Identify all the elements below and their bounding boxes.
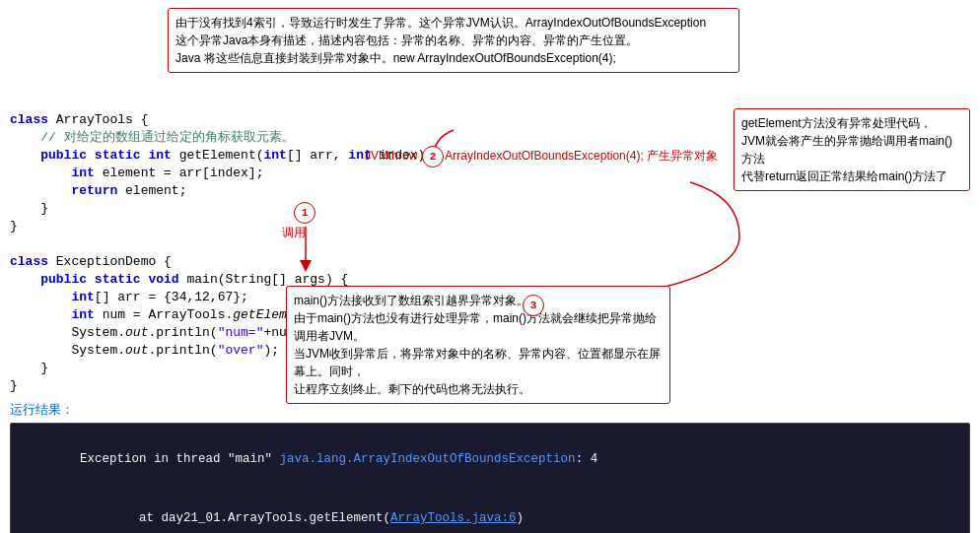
annotation-box-top: 由于没有找到4索引，导致运行时发生了异常。这个异常JVM认识。ArrayInde… <box>168 8 739 73</box>
ann-top-line3: Java 将这些信息直接封装到异常对象中。new ArrayIndexOutOf… <box>175 51 616 65</box>
circle-1: 1 <box>294 202 315 224</box>
ann-right-line2: JVM就会将产生的异常抛给调用者main()方法 <box>741 134 952 166</box>
annotation-box-right: getElement方法没有异常处理代码， JVM就会将产生的异常抛给调用者ma… <box>734 108 970 191</box>
jvm-throw-label: JVMthrow new ArrayIndexOutOfBoundsExcept… <box>365 148 718 165</box>
ann-top-line2: 这个异常Java本身有描述，描述内容包括：异常的名称、异常的内容、异常的产生位置… <box>175 33 638 47</box>
ann-bottom-line4: 让程序立刻终止。剩下的代码也将无法执行。 <box>294 382 530 396</box>
ann-bottom-line3: 当JVM收到异常后，将异常对象中的名称、异常内容、位置都显示在屏幕上。同时， <box>294 347 661 378</box>
code-line-8 <box>10 235 970 253</box>
ann-bottom-line2: 由于main()方法也没有进行处理异常，main()方法就会继续把异常抛给调用者… <box>294 311 657 343</box>
ann-top-line1: 由于没有找到4索引，导致运行时发生了异常。这个异常JVM认识。ArrayInde… <box>175 16 706 30</box>
ann-right-line1: getElement方法没有异常处理代码， <box>741 116 932 130</box>
code-line-9: class ExceptionDemo { <box>10 253 970 271</box>
run-box: Exception in thread "main" java.lang.Arr… <box>10 423 970 533</box>
call-label: 调用 <box>282 225 306 241</box>
run-section: 运行结果： Exception in thread "main" java.la… <box>10 401 970 533</box>
run-line-2: at day21_01.ArrayTools.getElement(ArrayT… <box>21 489 959 533</box>
code-line-6: } <box>10 200 970 218</box>
ann-bottom-line1: main()方法接收到了数组索引越界异常对象。 <box>294 294 528 307</box>
circle-3: 3 <box>523 295 544 316</box>
main-container: 由于没有找到4索引，导致运行时发生了异常。这个异常JVM认识。ArrayInde… <box>0 0 980 533</box>
circle-2: 2 <box>422 146 444 167</box>
annotation-box-bottom: main()方法接收到了数组索引越界异常对象。 由于main()方法也没有进行处… <box>286 286 670 404</box>
code-line-7: } <box>10 218 970 235</box>
run-line-1: Exception in thread "main" java.lang.Arr… <box>21 430 959 489</box>
ann-right-line3: 代替return返回正常结果给main()方法了 <box>741 169 947 183</box>
